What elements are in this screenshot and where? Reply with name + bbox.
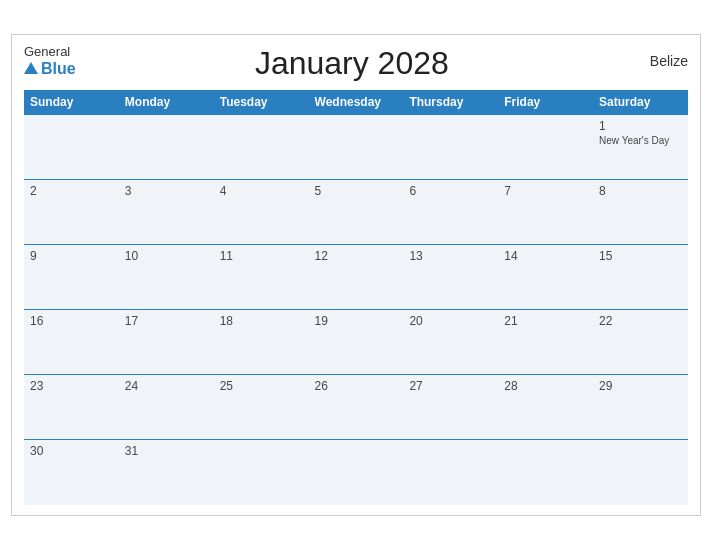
weekday-header-saturday: Saturday: [593, 90, 688, 115]
weekday-header-wednesday: Wednesday: [309, 90, 404, 115]
day-number: 12: [315, 249, 398, 263]
calendar-cell: 13: [403, 245, 498, 310]
calendar-cell: [593, 440, 688, 505]
calendar-cell: 6: [403, 180, 498, 245]
day-number: 8: [599, 184, 682, 198]
day-number: 6: [409, 184, 492, 198]
calendar-cell: [119, 115, 214, 180]
calendar-cell: 22: [593, 310, 688, 375]
week-row-4: 23242526272829: [24, 375, 688, 440]
day-number: 30: [30, 444, 113, 458]
week-row-5: 3031: [24, 440, 688, 505]
day-number: 31: [125, 444, 208, 458]
day-number: 4: [220, 184, 303, 198]
day-number: 25: [220, 379, 303, 393]
week-row-0: 1New Year's Day: [24, 115, 688, 180]
day-number: 27: [409, 379, 492, 393]
day-number: 21: [504, 314, 587, 328]
week-row-1: 2345678: [24, 180, 688, 245]
calendar-cell: 5: [309, 180, 404, 245]
calendar-cell: [214, 115, 309, 180]
calendar-cell: 9: [24, 245, 119, 310]
calendar-cell: 31: [119, 440, 214, 505]
calendar-title: January 2028: [76, 45, 628, 82]
day-number: 11: [220, 249, 303, 263]
calendar-cell: [24, 115, 119, 180]
day-number: 22: [599, 314, 682, 328]
logo-blue-text: Blue: [24, 60, 76, 78]
weekday-header-sunday: Sunday: [24, 90, 119, 115]
calendar-cell: [309, 440, 404, 505]
calendar-cell: 20: [403, 310, 498, 375]
week-row-2: 9101112131415: [24, 245, 688, 310]
calendar-cell: 29: [593, 375, 688, 440]
calendar-cell: 24: [119, 375, 214, 440]
calendar-cell: 2: [24, 180, 119, 245]
event-label: New Year's Day: [599, 135, 682, 146]
day-number: 23: [30, 379, 113, 393]
calendar-cell: 10: [119, 245, 214, 310]
calendar-cell: 18: [214, 310, 309, 375]
day-number: 1: [599, 119, 682, 133]
calendar-cell: 16: [24, 310, 119, 375]
calendar-cell: [214, 440, 309, 505]
weekday-header-friday: Friday: [498, 90, 593, 115]
weekday-header-tuesday: Tuesday: [214, 90, 309, 115]
calendar-cell: 28: [498, 375, 593, 440]
weekday-header-monday: Monday: [119, 90, 214, 115]
day-number: 5: [315, 184, 398, 198]
day-number: 28: [504, 379, 587, 393]
calendar-cell: 14: [498, 245, 593, 310]
calendar-cell: 17: [119, 310, 214, 375]
weekday-header-row: SundayMondayTuesdayWednesdayThursdayFrid…: [24, 90, 688, 115]
calendar-cell: 1New Year's Day: [593, 115, 688, 180]
calendar-cell: 7: [498, 180, 593, 245]
day-number: 16: [30, 314, 113, 328]
calendar-cell: 11: [214, 245, 309, 310]
calendar-table: SundayMondayTuesdayWednesdayThursdayFrid…: [24, 90, 688, 505]
day-number: 20: [409, 314, 492, 328]
day-number: 14: [504, 249, 587, 263]
calendar-cell: [403, 440, 498, 505]
day-number: 15: [599, 249, 682, 263]
day-number: 29: [599, 379, 682, 393]
week-row-3: 16171819202122: [24, 310, 688, 375]
calendar-cell: [309, 115, 404, 180]
day-number: 18: [220, 314, 303, 328]
weekday-header-thursday: Thursday: [403, 90, 498, 115]
logo-triangle-icon: [24, 62, 38, 74]
calendar-cell: 23: [24, 375, 119, 440]
calendar: General Blue January 2028 Belize SundayM…: [11, 34, 701, 516]
day-number: 3: [125, 184, 208, 198]
day-number: 19: [315, 314, 398, 328]
calendar-cell: [498, 440, 593, 505]
calendar-cell: 25: [214, 375, 309, 440]
calendar-cell: 12: [309, 245, 404, 310]
day-number: 9: [30, 249, 113, 263]
calendar-cell: 30: [24, 440, 119, 505]
logo: General Blue: [24, 45, 76, 77]
calendar-cell: 8: [593, 180, 688, 245]
calendar-cell: 26: [309, 375, 404, 440]
day-number: 17: [125, 314, 208, 328]
day-number: 13: [409, 249, 492, 263]
day-number: 24: [125, 379, 208, 393]
calendar-cell: [403, 115, 498, 180]
day-number: 2: [30, 184, 113, 198]
calendar-cell: 15: [593, 245, 688, 310]
calendar-cell: 21: [498, 310, 593, 375]
calendar-cell: 3: [119, 180, 214, 245]
calendar-cell: 4: [214, 180, 309, 245]
day-number: 7: [504, 184, 587, 198]
logo-general-text: General: [24, 45, 76, 59]
calendar-cell: [498, 115, 593, 180]
day-number: 10: [125, 249, 208, 263]
calendar-cell: 19: [309, 310, 404, 375]
calendar-header: General Blue January 2028 Belize: [24, 45, 688, 82]
day-number: 26: [315, 379, 398, 393]
calendar-cell: 27: [403, 375, 498, 440]
country-name: Belize: [628, 45, 688, 69]
